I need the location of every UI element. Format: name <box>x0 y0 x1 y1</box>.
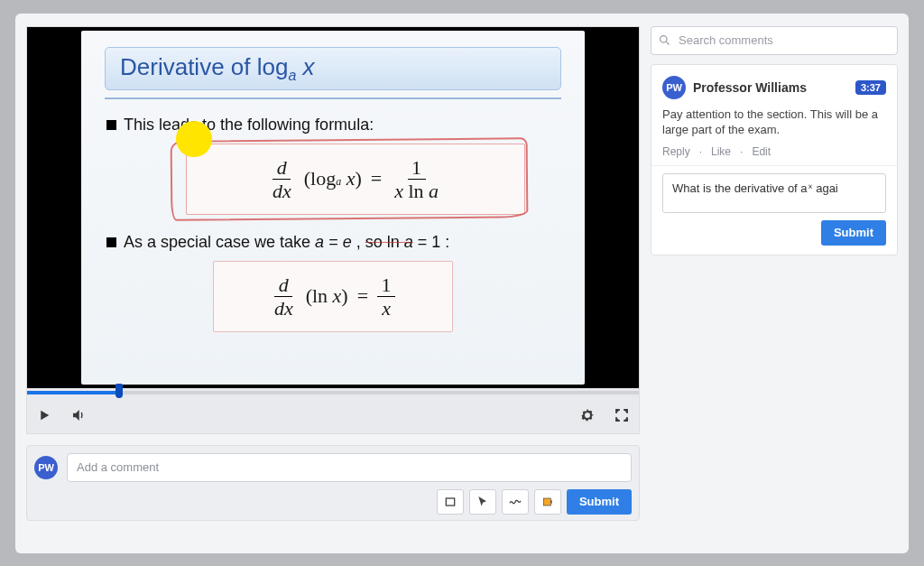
settings-button[interactable] <box>576 404 599 427</box>
play-button[interactable] <box>32 404 56 427</box>
tool-pointer[interactable] <box>469 489 496 515</box>
comment-avatar: PW <box>662 76 686 99</box>
reply-textarea[interactable]: What is the derivative of aˣ agai <box>662 173 886 213</box>
tool-rectangle[interactable] <box>437 489 464 515</box>
formula-1: ddx (loga x) = 1x ln a <box>269 157 442 201</box>
comment-actions: Reply · Like · Edit <box>662 145 886 158</box>
rectangle-icon <box>443 495 457 509</box>
formula-box-2: ddx (ln x) = 1x <box>213 261 453 332</box>
slide-title-var: x <box>303 53 315 80</box>
comment-composer: PW Submit <box>26 445 640 521</box>
composer-avatar: PW <box>34 456 58 479</box>
bullet-square-icon <box>106 237 116 247</box>
comment-divider <box>651 165 897 166</box>
comment-like-link[interactable]: Like <box>711 145 731 158</box>
volume-button[interactable] <box>67 404 90 427</box>
formula-box-1: ddx (loga x) = 1x ln a <box>186 144 525 215</box>
video-controls <box>27 397 639 433</box>
volume-icon <box>70 407 87 423</box>
video-progress-knob[interactable] <box>116 384 123 398</box>
comment-timestamp[interactable]: 3:37 <box>855 80 886 95</box>
video-player: Derivative of loga x This leads to the f… <box>26 26 640 434</box>
bullet-1: This leads to the following formula: <box>106 116 561 135</box>
pointer-icon <box>476 495 490 509</box>
formula-2: ddx (ln x) = 1x <box>271 274 395 319</box>
svg-rect-0 <box>446 498 454 506</box>
comment-reply-link[interactable]: Reply <box>662 145 690 158</box>
video-progress-bar[interactable] <box>27 388 639 397</box>
color-swatch-icon <box>541 495 555 509</box>
bullet-2-text: As a special case we take a = e , so ln … <box>124 233 449 252</box>
gear-icon <box>579 407 596 423</box>
slide-title-text: Derivative of log <box>120 53 288 80</box>
dot-separator: · <box>699 145 702 158</box>
video-progress-played <box>27 391 119 394</box>
lecture-slide: Derivative of loga x This leads to the f… <box>81 31 585 385</box>
tool-freehand[interactable] <box>502 489 529 515</box>
pillarbox-right <box>585 27 639 388</box>
wave-icon <box>508 495 522 509</box>
fullscreen-icon <box>614 407 630 423</box>
comment-body: Pay attention to the section. This will … <box>662 107 886 138</box>
comment-card: PW Professor Williams 3:37 Pay attention… <box>651 64 898 255</box>
dot-separator: · <box>740 145 743 158</box>
bullet-1-text: This leads to the following formula: <box>124 116 374 135</box>
fullscreen-button[interactable] <box>610 404 633 427</box>
video-canvas[interactable]: Derivative of loga x This leads to the f… <box>27 27 639 388</box>
search-wrap <box>651 26 898 55</box>
bullet-2: As a special case we take a = e , so ln … <box>106 233 561 252</box>
reply-submit-button[interactable]: Submit <box>821 220 886 246</box>
slide-title-box: Derivative of loga x <box>105 47 561 90</box>
play-icon <box>36 407 52 423</box>
composer-submit-button[interactable]: Submit <box>567 489 632 515</box>
annotation-toolbar: Submit <box>34 489 632 515</box>
slide-divider <box>105 97 561 99</box>
comment-input[interactable] <box>67 453 632 482</box>
search-comments-input[interactable] <box>651 26 898 55</box>
svg-rect-1 <box>543 498 550 506</box>
slide-title-sub: a <box>288 68 296 83</box>
search-icon <box>658 33 671 51</box>
cursor-highlight-dot <box>176 121 212 157</box>
pillarbox-left <box>27 27 81 388</box>
app-panel: Derivative of loga x This leads to the f… <box>15 14 909 553</box>
comments-sidebar: PW Professor Williams 3:37 Pay attention… <box>651 26 898 541</box>
comment-author: Professor Williams <box>693 80 848 95</box>
left-column: Derivative of loga x This leads to the f… <box>26 26 640 541</box>
bullet-square-icon <box>106 120 116 130</box>
slide-title: Derivative of loga x <box>120 53 546 84</box>
comment-edit-link[interactable]: Edit <box>752 145 771 158</box>
tool-color[interactable] <box>534 489 561 515</box>
svg-point-2 <box>661 35 668 42</box>
